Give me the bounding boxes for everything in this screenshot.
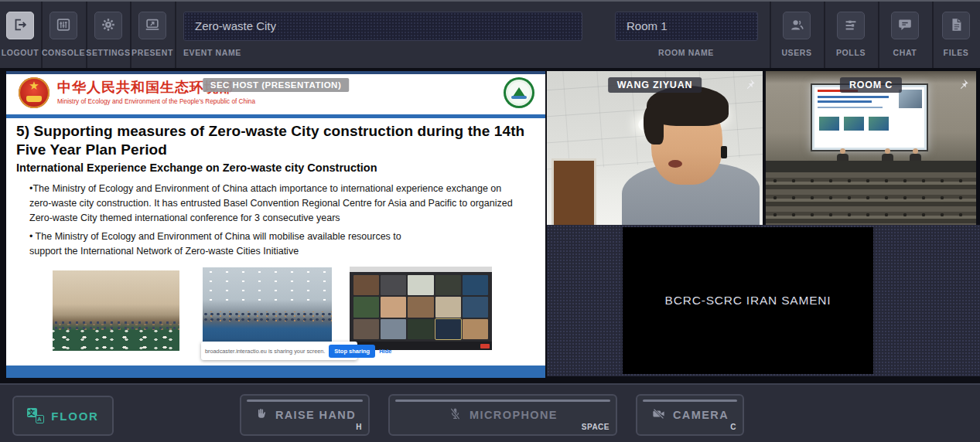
divider [175, 2, 176, 68]
video-feed-room-c[interactable]: ROOM C [766, 71, 976, 225]
console-icon [55, 16, 72, 36]
audio-tile[interactable]: BCRC-SCRC IRAN SAMENI [623, 227, 873, 374]
pin-icon[interactable] [956, 77, 970, 91]
settings-button[interactable] [94, 12, 122, 39]
polls-label: POLLS [836, 48, 866, 57]
raise-hand-shortcut: H [356, 423, 362, 431]
stop-sharing-button[interactable]: Stop sharing [329, 345, 375, 358]
office-background [547, 71, 763, 225]
camera-label: CAMERA [673, 409, 729, 421]
microphone-shortcut: SPACE [582, 423, 610, 431]
camera-button[interactable]: CAMERA C [636, 394, 744, 436]
audio-only-region: BCRC-SCRC IRAN SAMENI [547, 225, 980, 376]
present-label: PRESENT [131, 48, 173, 57]
console-label: CONSOLE [42, 48, 85, 57]
room-name-label: ROOM NAME [658, 48, 714, 57]
translation-icon: 文 A [27, 408, 44, 423]
chat-button[interactable] [891, 12, 919, 39]
button-accent-line [643, 400, 737, 402]
files-button[interactable] [942, 12, 970, 39]
ministry-title-en: Ministry of Ecology and Environment of t… [57, 98, 255, 105]
app-window: LOGOUT CONSOLE SETTINGS PRESENT Zero-was… [0, 0, 980, 442]
present-button[interactable] [138, 12, 166, 39]
main-area: 中华人民共和国生态环境部 Ministry of Ecology and Env… [0, 68, 980, 383]
topbar: LOGOUT CONSOLE SETTINGS PRESENT Zero-was… [0, 0, 980, 68]
button-accent-line [395, 400, 610, 402]
chat-label: CHAT [893, 48, 917, 57]
gear-icon [100, 16, 117, 36]
event-name-label: EVENT NAME [183, 48, 241, 57]
polls-icon [842, 16, 859, 36]
china-national-emblem-icon [19, 77, 50, 108]
console-button[interactable] [50, 12, 77, 39]
participant-name-badge: WANG ZIYUAN [608, 77, 702, 93]
divider [824, 2, 825, 68]
video-feed-wang-ziyuan[interactable]: WANG ZIYUAN [547, 71, 763, 225]
button-accent-line [247, 400, 363, 402]
logout-label: LOGOUT [2, 48, 39, 57]
users-label: USERS [781, 48, 811, 57]
floor-language-button[interactable]: 文 A FLOOR [12, 396, 114, 436]
slide-blue-divider [6, 114, 545, 118]
event-name-input[interactable]: Zero-waste City [183, 12, 582, 41]
slide-bullet-1: •The Ministry of Ecology and Environment… [29, 182, 521, 226]
photo-conference-hall-1 [53, 270, 179, 351]
microphone-label: MICROPHONE [470, 409, 558, 421]
room-name-badge: ROOM C [840, 77, 902, 93]
mee-logo-icon [504, 77, 534, 108]
divider [86, 2, 87, 68]
document-icon [948, 16, 965, 36]
users-icon [788, 16, 805, 36]
slide-footer-bar [6, 366, 545, 378]
divider [130, 2, 131, 68]
microphone-button[interactable]: MICROPHONE SPACE [388, 394, 617, 436]
presenter-badge: SEC HOST (PRESENTATION) [203, 78, 350, 92]
screen-share-notice: broadcaster.interactio.eu is sharing you… [201, 342, 357, 360]
logout-button[interactable] [6, 12, 34, 39]
slide-subtitle: International Experience Exchange on Zer… [16, 162, 538, 174]
photo-conference-hall-2 [203, 267, 332, 352]
floor-label: FLOOR [51, 410, 99, 423]
photo-video-call-grid [350, 267, 492, 350]
divider [770, 2, 771, 68]
files-label: FILES [944, 48, 969, 57]
camera-muted-icon [651, 406, 666, 423]
raise-hand-button[interactable]: RAISE HAND H [240, 394, 370, 436]
divider [878, 2, 879, 68]
microphone-muted-icon [448, 406, 463, 423]
settings-label: SETTINGS [86, 48, 130, 57]
share-notice-text: broadcaster.interactio.eu is sharing you… [205, 348, 325, 355]
chat-bubble-icon [896, 16, 913, 36]
audio-participant-name: BCRC-SCRC IRAN SAMENI [665, 294, 831, 308]
bottom-control-bar: 文 A FLOOR RAISE HAND H MICROPHONE SPACE … [0, 383, 980, 442]
conference-room-background [766, 71, 976, 225]
present-screen-icon [144, 16, 161, 36]
polls-button[interactable] [837, 12, 865, 39]
raise-hand-icon [254, 406, 268, 423]
camera-shortcut: C [730, 423, 736, 431]
pin-icon[interactable] [743, 77, 756, 91]
slide-bullet-2: • The Ministry of Ecology and Environmen… [29, 230, 432, 259]
hide-notice-link[interactable]: Hide [379, 348, 391, 355]
divider [41, 2, 43, 68]
room-name-input[interactable]: Room 1 [615, 12, 758, 41]
users-button[interactable] [783, 12, 811, 39]
presentation-stage[interactable]: 中华人民共和国生态环境部 Ministry of Ecology and Env… [6, 71, 545, 378]
logout-icon [12, 16, 29, 36]
divider [932, 2, 934, 68]
slide-title: 5) Supporting measures of Zero-waste Cit… [16, 122, 538, 159]
raise-hand-label: RAISE HAND [275, 409, 356, 421]
